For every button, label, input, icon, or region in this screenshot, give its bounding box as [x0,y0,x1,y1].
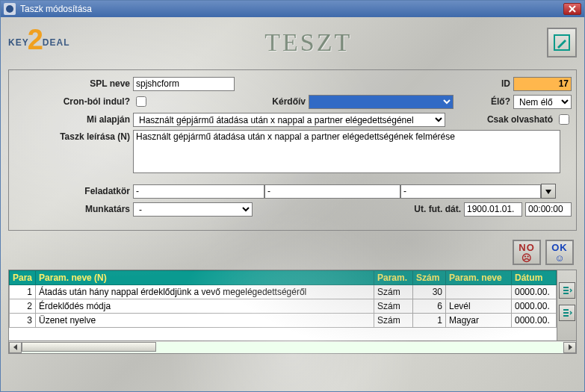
elo-select[interactable]: Nem élő [513,95,572,109]
table-row[interactable]: 3 Üzenet nyelve Szám 1 Magyar 0000.00. [10,314,557,328]
scroll-left-button[interactable] [9,342,22,353]
pencil-icon [553,34,571,52]
csak-checkbox[interactable] [559,114,569,125]
titlebar[interactable]: Taszk módosítása [1,1,584,17]
kerdoiv-select[interactable] [309,95,454,109]
label-feladatkor: Feladatkör [13,186,133,196]
no-button[interactable]: NO ☹ [513,240,541,265]
params-table: Para Param. neve (N) Param. Szám Param. … [9,270,557,328]
close-icon [569,5,576,13]
horizontal-scrollbar[interactable] [8,341,577,354]
scroll-track[interactable] [22,342,563,353]
leiras-textarea[interactable]: Használt gépjármű átadása után x nappal … [133,130,560,173]
row-detail-button-2[interactable] [559,305,575,321]
table-side-toolbar [557,270,576,340]
table-row[interactable]: 1 Átadás után hány nappal érdeklődjünk a… [10,285,557,299]
cron-checkbox[interactable] [136,96,146,107]
feladat3-input[interactable] [400,184,541,199]
params-table-panel: Para Param. neve (N) Param. Szám Param. … [8,270,577,341]
no-label: NO [519,243,535,252]
label-elo: Élő? [488,96,513,107]
label-cron: Cron-ból indul? [13,96,133,107]
scroll-thumb[interactable] [22,342,156,352]
arrow-down-icon [544,187,553,196]
list-icon [562,285,572,296]
table-row[interactable]: 2 Érdeklődés módja Szám 6 Levél 0000.00. [10,299,557,314]
label-csak: Csak olvasható [483,114,556,125]
window-title: Taszk módosítása [20,4,563,14]
utfut-time-input[interactable] [525,202,572,217]
chevron-right-icon [567,344,573,350]
col-datum[interactable]: Dátum [512,271,557,285]
utfut-date-input[interactable] [464,202,522,217]
close-button[interactable] [563,3,581,15]
smile-icon: ☺ [554,253,564,263]
logo-left: KEY [8,37,29,48]
brand-area: TESZT [70,28,548,57]
label-leiras: Taszk leírása (N) [13,130,133,142]
list-icon [562,308,572,318]
table-header-row: Para Param. neve (N) Param. Szám Param. … [10,271,557,285]
brand-title: TESZT [264,28,352,56]
chevron-left-icon [13,344,19,350]
row-detail-button-1[interactable] [559,282,575,299]
logo: KEY 2 DEAL [8,27,70,59]
label-mialapjan: Mi alapján [13,114,133,125]
logo-right: DEAL [43,37,70,48]
edit-button[interactable] [547,28,577,57]
form-panel: SPL neve ID Cron-ból indul? Kérdőív Élő?… [8,69,577,231]
label-utfut: Ut. fut. dát. [404,204,464,214]
label-kerdoiv: Kérdőív [268,96,309,107]
col-pneve[interactable]: Param. neve [446,271,512,285]
id-input[interactable] [513,77,572,91]
logo-number: 2 [28,24,44,56]
munkatars-select[interactable]: - [133,202,253,217]
spl-input[interactable] [133,77,235,91]
label-id: ID [491,78,513,89]
scroll-right-button[interactable] [563,342,576,353]
ok-button[interactable]: OK ☺ [545,240,574,265]
ok-label: OK [551,243,568,252]
label-munkatars: Munkatárs [13,204,133,214]
feladat-dropdown-button[interactable] [541,184,556,199]
feladat2-input[interactable] [264,184,400,199]
label-spl: SPL neve [13,78,133,89]
feladat1-input[interactable] [133,184,264,199]
col-szam[interactable]: Szám [413,271,446,285]
col-para[interactable]: Para [10,271,36,285]
col-param[interactable]: Param. [374,271,413,285]
app-icon [4,3,16,15]
frown-icon: ☹ [521,253,532,263]
mialapjan-select[interactable]: Használt gépjármű átadása után x nappal … [133,113,445,127]
col-nev[interactable]: Param. neve (N) [36,271,374,285]
